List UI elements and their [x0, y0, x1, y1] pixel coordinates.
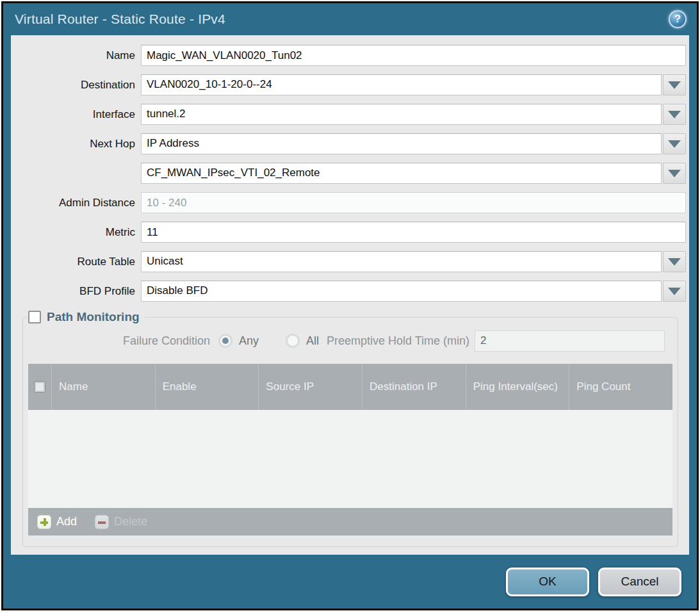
path-monitoring-title: Path Monitoring [47, 310, 140, 324]
add-button-label: Add [56, 515, 77, 528]
failure-condition-radio-any[interactable] [218, 334, 232, 348]
path-monitoring-legend: Path Monitoring [26, 310, 145, 324]
next-hop-address-dropdown-button[interactable] [663, 163, 686, 184]
plus-icon [37, 515, 51, 529]
minus-icon [95, 515, 109, 529]
destination-combo[interactable]: VLAN0020_10-1-20-0--24 [141, 74, 662, 95]
interface-label: Interface [11, 108, 141, 121]
route-table-label: Route Table [11, 256, 141, 268]
bfd-profile-combo[interactable]: Disable BFD [141, 281, 662, 302]
delete-button-label: Delete [114, 515, 147, 528]
form-row-route-table: Route Table Unicast [11, 251, 686, 272]
column-header-name[interactable]: Name [51, 364, 155, 410]
column-header-destination-ip[interactable]: Destination IP [362, 364, 466, 410]
next-hop-address-combo[interactable]: CF_MWAN_IPsec_VTI_02_Remote [141, 163, 662, 184]
column-header-ping-count[interactable]: Ping Count [569, 364, 672, 410]
next-hop-type-combo[interactable]: IP Address [141, 133, 662, 154]
destination-label: Destination [11, 79, 141, 92]
next-hop-label: Next Hop [11, 138, 141, 151]
ok-button[interactable]: OK [506, 568, 589, 596]
select-all-checkbox[interactable] [34, 381, 45, 393]
chevron-down-icon [668, 258, 681, 266]
destination-dropdown-button[interactable] [663, 74, 686, 95]
help-icon[interactable]: ? [669, 10, 687, 28]
table-toolbar: Add Delete [28, 508, 672, 535]
metric-label: Metric [11, 226, 141, 239]
column-header-ping-interval[interactable]: Ping Interval(sec) [466, 364, 569, 410]
add-button[interactable]: Add [37, 515, 77, 529]
next-hop-type-dropdown-button[interactable] [663, 133, 686, 154]
name-input[interactable] [141, 45, 686, 66]
failure-condition-label: Failure Condition [23, 334, 210, 348]
column-header-enable[interactable]: Enable [155, 364, 259, 410]
name-label: Name [11, 49, 141, 62]
route-table-dropdown-button[interactable] [663, 251, 686, 272]
chevron-down-icon [668, 170, 681, 177]
admin-distance-input[interactable] [141, 192, 686, 213]
failure-condition-radio-all[interactable] [286, 334, 300, 348]
static-route-dialog: Virtual Router - Static Route - IPv4 ? N… [1, 1, 699, 610]
bfd-profile-label: BFD Profile [11, 285, 141, 298]
form-row-bfd-profile: BFD Profile Disable BFD [11, 281, 686, 302]
chevron-down-icon [668, 288, 681, 295]
select-all-column-header [28, 364, 51, 410]
metric-input[interactable] [141, 222, 686, 243]
form-row-next-hop: Next Hop IP Address [11, 133, 686, 154]
table-body-empty [28, 410, 672, 508]
dialog-footer: OK Cancel [3, 555, 697, 609]
chevron-down-icon [668, 140, 681, 148]
interface-dropdown-button[interactable] [663, 104, 686, 125]
path-monitoring-checkbox[interactable] [28, 311, 41, 323]
chevron-down-icon [668, 81, 681, 89]
dialog-titlebar: Virtual Router - Static Route - IPv4 ? [3, 3, 697, 35]
dialog-content: Name Destination VLAN0020_10-1-20-0--24 … [11, 35, 689, 555]
interface-combo[interactable]: tunnel.2 [141, 104, 662, 125]
dialog-title: Virtual Router - Static Route - IPv4 [15, 12, 225, 27]
table-header-row: Name Enable Source IP Destination IP Pin… [28, 364, 672, 410]
route-table-combo[interactable]: Unicast [141, 251, 662, 272]
failure-condition-any-label: Any [239, 334, 259, 348]
help-glyph: ? [674, 13, 681, 26]
path-monitoring-table: Name Enable Source IP Destination IP Pin… [28, 364, 672, 535]
form-row-admin-distance: Admin Distance [11, 192, 686, 213]
form-row-name: Name [11, 45, 686, 66]
failure-condition-row: Failure Condition Any All Preemptive Hol… [23, 329, 665, 352]
form-row-destination: Destination VLAN0020_10-1-20-0--24 [11, 74, 686, 95]
chevron-down-icon [668, 111, 681, 119]
bfd-profile-dropdown-button[interactable] [663, 281, 686, 302]
failure-condition-all-label: All [306, 334, 319, 348]
form-row-interface: Interface tunnel.2 [11, 104, 686, 125]
form-row-next-hop-address: CF_MWAN_IPsec_VTI_02_Remote [11, 163, 686, 184]
admin-distance-label: Admin Distance [11, 197, 141, 209]
preemptive-hold-time-label: Preemptive Hold Time (min) [327, 334, 469, 348]
delete-button[interactable]: Delete [95, 515, 147, 529]
preemptive-hold-time-input[interactable] [475, 331, 665, 352]
column-header-source-ip[interactable]: Source IP [258, 364, 362, 410]
form-row-metric: Metric [11, 222, 686, 243]
cancel-button[interactable]: Cancel [598, 568, 681, 596]
path-monitoring-group: Path Monitoring Failure Condition Any Al… [22, 310, 678, 547]
